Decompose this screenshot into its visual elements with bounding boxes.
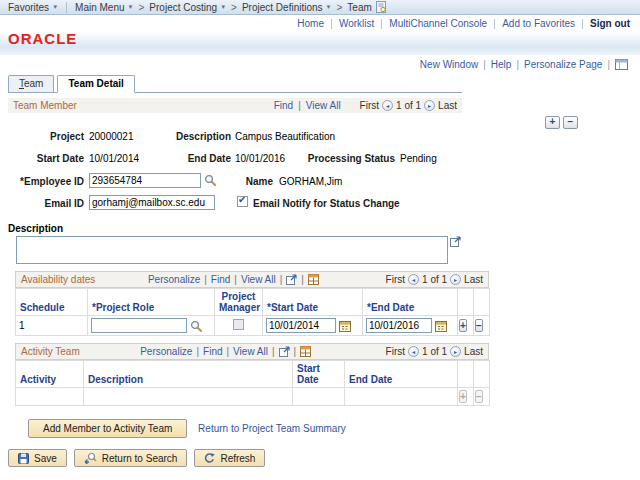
home-link[interactable]: Home — [297, 18, 324, 29]
previous-row-button[interactable]: ◂ — [408, 346, 419, 357]
project-manager-checkbox[interactable] — [233, 319, 244, 330]
new-window-link[interactable]: New Window — [420, 59, 478, 70]
breadcrumb-main-menu[interactable]: Main Menu ▼ — [75, 2, 133, 13]
magnifier-icon[interactable] — [190, 320, 202, 332]
popout-icon[interactable] — [279, 346, 290, 357]
worklist-link[interactable]: Worklist — [339, 18, 374, 29]
download-icon[interactable] — [300, 346, 311, 357]
col-del — [474, 361, 490, 388]
view-all-link[interactable]: View All — [233, 346, 268, 357]
peoplesoft-team-detail-page: Favorites ▼ Main Menu ▼ > Project Costin… — [0, 0, 640, 480]
add-row-button[interactable]: + — [459, 319, 467, 332]
col-end-date: *End Date — [363, 289, 458, 316]
previous-row-button[interactable]: ◂ — [408, 274, 419, 285]
pager-last-label: Last — [464, 346, 483, 357]
personalize-link[interactable]: Personalize — [148, 274, 200, 285]
breadcrumb-project-costing-label: Project Costing — [149, 2, 217, 13]
magnifier-icon[interactable] — [204, 174, 216, 186]
oracle-logo: ORACLE — [8, 30, 77, 47]
page-icon[interactable] — [375, 1, 387, 13]
activity-team-table: Activity Description Start Date End Date… — [15, 360, 490, 406]
breadcrumb-favorites[interactable]: Favorites ▼ — [8, 2, 58, 13]
email-notify-label: Email Notify for Status Change — [253, 198, 400, 209]
pager-first-label: First — [386, 346, 405, 357]
save-label: Save — [34, 453, 57, 464]
personalize-page-link[interactable]: Personalize Page — [524, 59, 602, 70]
find-link[interactable]: Find — [211, 274, 230, 285]
name-value: GORHAM,Jim — [279, 176, 342, 187]
activity-team-links: Personalize | Find | View All | | — [140, 346, 311, 357]
help-link[interactable]: Help — [491, 59, 512, 70]
layout-grid-icon[interactable] — [615, 59, 628, 70]
add-row-button[interactable]: + — [459, 390, 467, 403]
breadcrumb-team[interactable]: Team — [347, 1, 386, 13]
multichannel-console-link[interactable]: MultiChannel Console — [389, 18, 487, 29]
end-date-input[interactable] — [366, 318, 432, 333]
end-date-value: 10/01/2016 — [235, 153, 285, 164]
pager-count: 1 of 1 — [422, 274, 447, 285]
save-button[interactable]: Save — [8, 449, 67, 467]
del-cell: − — [474, 388, 490, 406]
calendar-icon[interactable] — [435, 320, 447, 332]
add-cell: + — [458, 388, 474, 406]
col-add — [458, 289, 474, 316]
pager-count: 1 of 1 — [422, 346, 447, 357]
project-role-input[interactable] — [91, 318, 187, 333]
find-link[interactable]: Find — [274, 100, 293, 111]
tab-team-detail[interactable]: Team Detail — [57, 75, 134, 93]
tab-team[interactable]: Team — [8, 75, 54, 92]
email-id-label: Email ID — [0, 198, 84, 209]
add-member-button[interactable]: Add Member to Activity Team — [28, 419, 187, 438]
activity-team-row: + − — [16, 388, 490, 406]
delete-row-button[interactable]: − — [475, 319, 483, 332]
availability-table: Schedule *Project Role Project Manager *… — [15, 288, 490, 336]
description-textarea[interactable] — [16, 236, 448, 264]
delete-row-button[interactable]: − — [563, 116, 578, 129]
team-member-row-controls: + − — [0, 116, 578, 129]
pager-last-label: Last — [438, 100, 457, 111]
popout-icon[interactable] — [286, 274, 297, 285]
project-role-cell — [88, 316, 215, 336]
description-value: Campus Beautification — [235, 131, 335, 142]
pager-count: 1 of 1 — [396, 100, 421, 111]
email-notify-checkbox[interactable] — [237, 196, 248, 207]
chevron-down-icon: ▼ — [326, 4, 332, 10]
email-id-input[interactable] — [89, 195, 215, 210]
breadcrumb-separator: > — [139, 2, 145, 13]
activity-team-titlebar: Activity Team Personalize | Find | View … — [15, 343, 489, 360]
breadcrumb-project-definitions[interactable]: Project Definitions ▼ — [242, 2, 332, 13]
breadcrumb-project-costing[interactable]: Project Costing ▼ — [149, 2, 226, 13]
employee-id-input[interactable] — [89, 173, 201, 188]
link-divider: | — [483, 59, 486, 70]
link-divider: | — [227, 346, 230, 357]
floppy-icon — [18, 453, 29, 464]
delete-row-button[interactable]: − — [475, 390, 483, 403]
return-to-summary-link[interactable]: Return to Project Team Summary — [198, 423, 346, 434]
view-all-link[interactable]: View All — [306, 100, 341, 111]
description-area — [16, 236, 640, 264]
next-row-button[interactable]: ▸ — [450, 274, 461, 285]
find-link[interactable]: Find — [203, 346, 222, 357]
expand-icon[interactable] — [450, 236, 461, 247]
next-row-button[interactable]: ▸ — [450, 346, 461, 357]
download-icon[interactable] — [308, 274, 319, 285]
add-to-favorites-link[interactable]: Add to Favorites — [502, 18, 575, 29]
next-row-button[interactable]: ▸ — [424, 100, 435, 111]
personalize-link[interactable]: Personalize — [140, 346, 192, 357]
previous-row-button[interactable]: ◂ — [382, 100, 393, 111]
team-member-findrow: Find | View All First ◂ 1 of 1 ▸ Last — [274, 100, 457, 111]
add-row-button[interactable]: + — [545, 116, 560, 129]
availability-links: Personalize | Find | View All | | — [148, 274, 319, 285]
processing-status-label: Processing Status — [300, 153, 395, 164]
view-all-link[interactable]: View All — [241, 274, 276, 285]
end-date-cell — [345, 388, 458, 406]
project-manager-cell — [215, 316, 263, 336]
return-to-search-button[interactable]: Return to Search — [74, 449, 188, 467]
refresh-button[interactable]: Refresh — [194, 449, 265, 467]
sign-out-link[interactable]: Sign out — [590, 18, 630, 29]
breadcrumb-separator: > — [337, 2, 343, 13]
start-date-input[interactable] — [266, 318, 336, 333]
calendar-icon[interactable] — [339, 320, 351, 332]
pager-last-label: Last — [464, 274, 483, 285]
col-end-date: End Date — [345, 361, 458, 388]
